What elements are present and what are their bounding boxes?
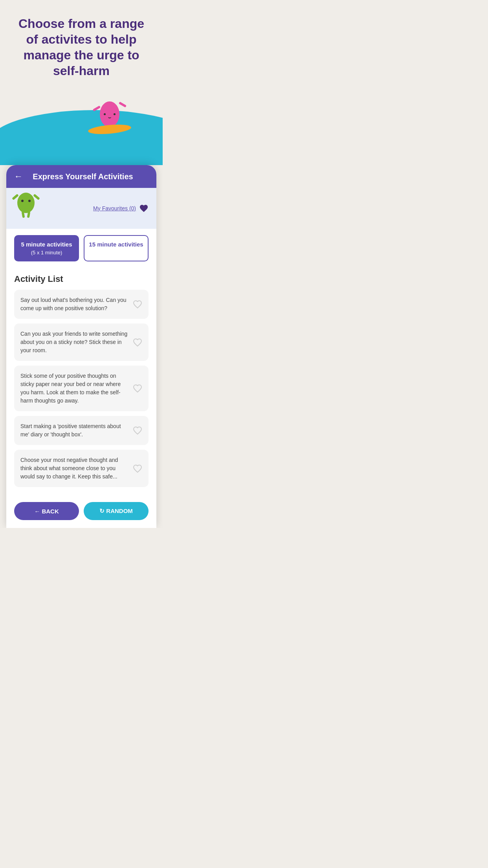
heart-outline-icon [133,426,142,435]
surfer-character [88,101,131,134]
green-eye-right [28,200,31,202]
phone-mockup: ← Express Yourself Activities My Favouri… [6,165,156,528]
heart-favourite-button[interactable] [132,383,143,394]
activity-card-text: Start making a 'positive statements abou… [20,423,121,438]
illustration-area [12,86,151,165]
activity-card[interactable]: Can you ask your friends to write someth… [14,324,149,361]
green-body [17,193,35,213]
tab-5-minute-label: 5 minute activities [21,241,72,248]
activity-card-text: Choose your most negative thought and th… [20,457,118,480]
hero-title: Choose from a range of activites to help… [12,16,151,79]
surfer-arm-left [93,105,101,111]
bottom-back-button[interactable]: ← BACK [14,502,79,520]
heart-favourite-button[interactable] [132,425,143,436]
green-arm-right [33,194,40,200]
surfer-eye-left [104,113,106,115]
activity-card[interactable]: Stick some of your positive thoughts on … [14,366,149,411]
heart-outline-icon [133,338,142,347]
back-arrow-icon[interactable]: ← [14,171,23,182]
surfer-body [100,101,119,127]
heart-outline-icon [133,384,142,393]
favourites-label: My Favourites (0) [93,205,136,211]
activity-card[interactable]: Say out loud what's bothering you. Can y… [14,290,149,319]
heart-favourite-button[interactable] [132,463,143,474]
activity-cards-container: Say out loud what's bothering you. Can y… [14,290,149,487]
green-leg-left [22,211,25,218]
heart-outline-icon [133,300,142,309]
favourites-link[interactable]: My Favourites (0) [93,204,149,213]
surfer-eye-right [114,113,116,115]
surfer-arm-right [119,101,127,107]
activity-card-text: Say out loud what's bothering you. Can y… [20,297,127,311]
green-mascot [14,193,38,224]
heart-filled-icon [139,204,149,213]
activity-card[interactable]: Start making a 'positive statements abou… [14,416,149,445]
blue-wave [0,110,163,165]
bottom-bar: ← BACK ↻ RANDOM [6,498,156,528]
tab-15-minute-label: 15 minute activities [89,241,143,248]
activity-card[interactable]: Choose your most negative thought and th… [14,450,149,487]
heart-favourite-button[interactable] [132,337,143,348]
heart-favourite-button[interactable] [132,299,143,310]
activity-card-text: Stick some of your positive thoughts on … [20,373,121,404]
activity-card-text: Can you ask your friends to write someth… [20,331,127,353]
hero-section: Choose from a range of activites to help… [0,0,163,165]
green-arm-left [12,194,19,200]
activity-list-title: Activity List [14,274,149,284]
heart-outline-icon [133,464,142,473]
bottom-random-button[interactable]: ↻ RANDOM [84,502,149,520]
favourites-bar: My Favourites (0) [6,188,156,229]
tab-5-minute[interactable]: 5 minute activities (5 x 1 minute) [14,235,79,261]
tab-5-minute-sublabel: (5 x 1 minute) [31,250,62,256]
green-leg-right [27,211,31,218]
app-header: ← Express Yourself Activities [6,165,156,188]
green-eye-left [21,200,24,202]
tab-row: 5 minute activities (5 x 1 minute) 15 mi… [6,229,156,268]
app-header-title: Express Yourself Activities [29,172,149,181]
tab-15-minute[interactable]: 15 minute activities [84,235,149,261]
surfer-mouth [108,117,111,118]
page-wrapper: Choose from a range of activites to help… [0,0,163,528]
activity-list-section: Activity List Say out loud what's bother… [6,268,156,498]
